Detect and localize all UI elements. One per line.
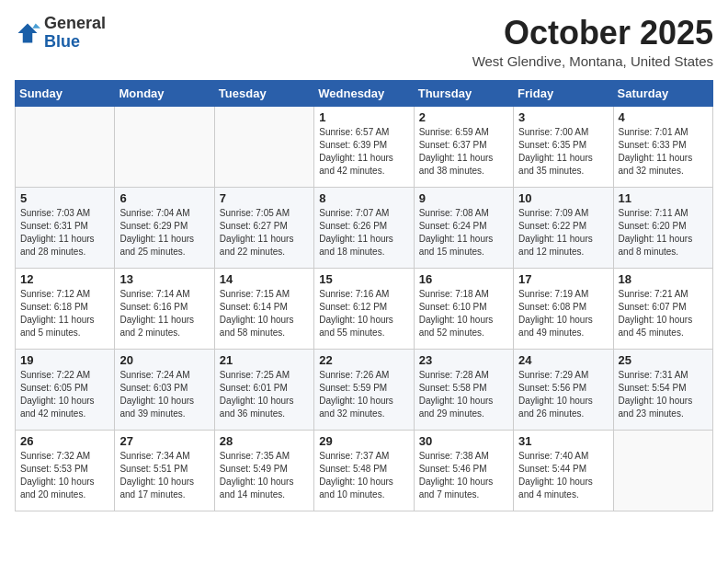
day-number: 14 <box>220 272 309 286</box>
day-info: Sunrise: 7:09 AM Sunset: 6:22 PM Dayligh… <box>518 207 608 259</box>
calendar-cell: 25Sunrise: 7:31 AM Sunset: 5:54 PM Dayli… <box>613 349 712 430</box>
day-info: Sunrise: 7:16 AM Sunset: 6:12 PM Dayligh… <box>319 288 408 339</box>
calendar-cell: 22Sunrise: 7:26 AM Sunset: 5:59 PM Dayli… <box>314 349 414 430</box>
calendar-cell <box>115 106 214 187</box>
day-number: 16 <box>419 272 508 286</box>
calendar-cell: 24Sunrise: 7:29 AM Sunset: 5:56 PM Dayli… <box>514 349 613 430</box>
day-number: 15 <box>319 272 408 286</box>
day-number: 1 <box>319 110 408 124</box>
day-number: 29 <box>319 434 408 448</box>
day-number: 24 <box>518 353 608 367</box>
day-info: Sunrise: 7:07 AM Sunset: 6:26 PM Dayligh… <box>319 207 408 259</box>
calendar-cell: 7Sunrise: 7:05 AM Sunset: 6:27 PM Daylig… <box>214 187 313 268</box>
location: West Glendive, Montana, United States <box>472 53 713 69</box>
day-number: 13 <box>119 272 209 286</box>
calendar-cell: 19Sunrise: 7:22 AM Sunset: 6:05 PM Dayli… <box>16 349 115 430</box>
day-number: 11 <box>619 191 708 205</box>
day-info: Sunrise: 7:11 AM Sunset: 6:20 PM Dayligh… <box>619 207 708 259</box>
weekday-header: Saturday <box>613 80 712 106</box>
day-number: 21 <box>220 353 309 367</box>
day-number: 31 <box>518 434 608 448</box>
day-number: 6 <box>119 191 209 205</box>
weekday-header: Friday <box>514 80 613 106</box>
day-info: Sunrise: 7:12 AM Sunset: 6:18 PM Dayligh… <box>20 288 109 339</box>
calendar-cell: 5Sunrise: 7:03 AM Sunset: 6:31 PM Daylig… <box>16 187 115 268</box>
day-info: Sunrise: 7:21 AM Sunset: 6:07 PM Dayligh… <box>619 288 708 339</box>
calendar-week-row: 12Sunrise: 7:12 AM Sunset: 6:18 PM Dayli… <box>16 268 713 349</box>
day-number: 2 <box>419 110 508 124</box>
day-info: Sunrise: 7:18 AM Sunset: 6:10 PM Dayligh… <box>419 288 508 339</box>
day-number: 22 <box>319 353 408 367</box>
day-info: Sunrise: 7:40 AM Sunset: 5:44 PM Dayligh… <box>518 450 608 501</box>
page-header: General Blue October 2025 West Glendive,… <box>15 15 713 69</box>
day-info: Sunrise: 7:05 AM Sunset: 6:27 PM Dayligh… <box>220 207 309 259</box>
calendar-cell <box>214 106 313 187</box>
weekday-header: Monday <box>115 80 214 106</box>
calendar-cell: 13Sunrise: 7:14 AM Sunset: 6:16 PM Dayli… <box>115 268 214 349</box>
logo-text: General Blue <box>44 15 106 52</box>
calendar-cell: 26Sunrise: 7:32 AM Sunset: 5:53 PM Dayli… <box>16 430 115 511</box>
day-number: 18 <box>619 272 708 286</box>
day-info: Sunrise: 7:22 AM Sunset: 6:05 PM Dayligh… <box>20 369 109 420</box>
calendar-cell: 16Sunrise: 7:18 AM Sunset: 6:10 PM Dayli… <box>414 268 513 349</box>
day-number: 23 <box>419 353 508 367</box>
day-number: 8 <box>319 191 408 205</box>
day-info: Sunrise: 7:29 AM Sunset: 5:56 PM Dayligh… <box>518 369 608 420</box>
day-info: Sunrise: 7:00 AM Sunset: 6:35 PM Dayligh… <box>518 126 608 178</box>
month-title: October 2025 <box>472 15 713 52</box>
day-number: 25 <box>619 353 708 367</box>
day-info: Sunrise: 7:19 AM Sunset: 6:08 PM Dayligh… <box>518 288 608 339</box>
day-info: Sunrise: 7:38 AM Sunset: 5:46 PM Dayligh… <box>419 450 508 501</box>
day-info: Sunrise: 7:37 AM Sunset: 5:48 PM Dayligh… <box>319 450 408 501</box>
day-info: Sunrise: 7:04 AM Sunset: 6:29 PM Dayligh… <box>119 207 209 259</box>
calendar-cell: 3Sunrise: 7:00 AM Sunset: 6:35 PM Daylig… <box>514 106 613 187</box>
day-info: Sunrise: 7:24 AM Sunset: 6:03 PM Dayligh… <box>119 369 209 420</box>
day-info: Sunrise: 7:26 AM Sunset: 5:59 PM Dayligh… <box>319 369 408 420</box>
calendar-table: SundayMondayTuesdayWednesdayThursdayFrid… <box>15 80 713 511</box>
day-number: 3 <box>518 110 608 124</box>
calendar-cell: 14Sunrise: 7:15 AM Sunset: 6:14 PM Dayli… <box>214 268 313 349</box>
calendar-week-row: 1Sunrise: 6:57 AM Sunset: 6:39 PM Daylig… <box>16 106 713 187</box>
day-info: Sunrise: 7:01 AM Sunset: 6:33 PM Dayligh… <box>619 126 708 178</box>
calendar-cell: 23Sunrise: 7:28 AM Sunset: 5:58 PM Dayli… <box>414 349 513 430</box>
day-number: 19 <box>20 353 109 367</box>
calendar-cell: 21Sunrise: 7:25 AM Sunset: 6:01 PM Dayli… <box>214 349 313 430</box>
day-info: Sunrise: 6:57 AM Sunset: 6:39 PM Dayligh… <box>319 126 408 178</box>
calendar-cell: 4Sunrise: 7:01 AM Sunset: 6:33 PM Daylig… <box>613 106 712 187</box>
logo-icon <box>15 20 40 46</box>
calendar-cell <box>613 430 712 511</box>
day-number: 17 <box>518 272 608 286</box>
weekday-header: Wednesday <box>314 80 414 106</box>
day-number: 26 <box>20 434 109 448</box>
day-info: Sunrise: 6:59 AM Sunset: 6:37 PM Dayligh… <box>419 126 508 178</box>
svg-marker-1 <box>32 23 40 28</box>
calendar-cell: 9Sunrise: 7:08 AM Sunset: 6:24 PM Daylig… <box>414 187 513 268</box>
day-info: Sunrise: 7:14 AM Sunset: 6:16 PM Dayligh… <box>119 288 209 339</box>
calendar-cell: 1Sunrise: 6:57 AM Sunset: 6:39 PM Daylig… <box>314 106 414 187</box>
calendar-cell: 30Sunrise: 7:38 AM Sunset: 5:46 PM Dayli… <box>414 430 513 511</box>
day-info: Sunrise: 7:28 AM Sunset: 5:58 PM Dayligh… <box>419 369 508 420</box>
weekday-header: Thursday <box>414 80 513 106</box>
weekday-header: Sunday <box>16 80 115 106</box>
calendar-cell: 6Sunrise: 7:04 AM Sunset: 6:29 PM Daylig… <box>115 187 214 268</box>
calendar-cell <box>16 106 115 187</box>
calendar-cell: 11Sunrise: 7:11 AM Sunset: 6:20 PM Dayli… <box>613 187 712 268</box>
calendar-week-row: 5Sunrise: 7:03 AM Sunset: 6:31 PM Daylig… <box>16 187 713 268</box>
day-number: 7 <box>220 191 309 205</box>
day-info: Sunrise: 7:15 AM Sunset: 6:14 PM Dayligh… <box>220 288 309 339</box>
day-number: 30 <box>419 434 508 448</box>
calendar-cell: 29Sunrise: 7:37 AM Sunset: 5:48 PM Dayli… <box>314 430 414 511</box>
day-info: Sunrise: 7:03 AM Sunset: 6:31 PM Dayligh… <box>20 207 109 259</box>
calendar-week-row: 19Sunrise: 7:22 AM Sunset: 6:05 PM Dayli… <box>16 349 713 430</box>
calendar-cell: 2Sunrise: 6:59 AM Sunset: 6:37 PM Daylig… <box>414 106 513 187</box>
day-info: Sunrise: 7:32 AM Sunset: 5:53 PM Dayligh… <box>20 450 109 501</box>
calendar-cell: 18Sunrise: 7:21 AM Sunset: 6:07 PM Dayli… <box>613 268 712 349</box>
calendar-cell: 12Sunrise: 7:12 AM Sunset: 6:18 PM Dayli… <box>16 268 115 349</box>
day-info: Sunrise: 7:31 AM Sunset: 5:54 PM Dayligh… <box>619 369 708 420</box>
day-number: 4 <box>619 110 708 124</box>
calendar-cell: 10Sunrise: 7:09 AM Sunset: 6:22 PM Dayli… <box>514 187 613 268</box>
day-number: 9 <box>419 191 508 205</box>
day-number: 5 <box>20 191 109 205</box>
day-number: 28 <box>220 434 309 448</box>
calendar-cell: 27Sunrise: 7:34 AM Sunset: 5:51 PM Dayli… <box>115 430 214 511</box>
